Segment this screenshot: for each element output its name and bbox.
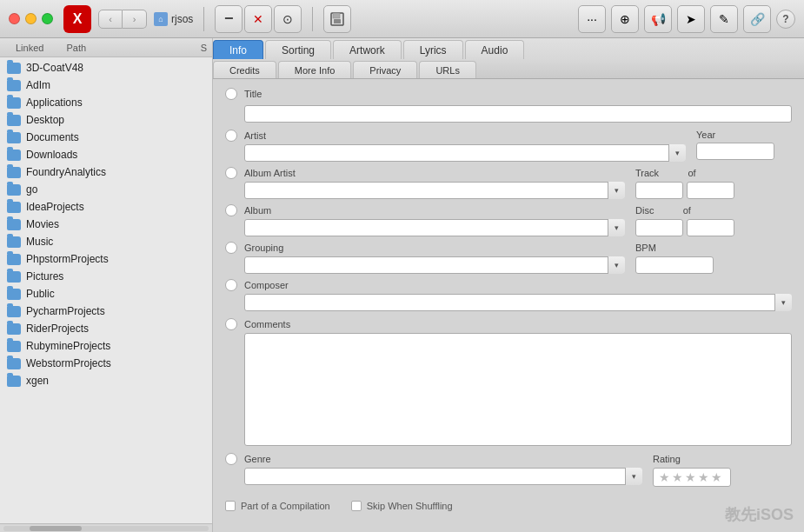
link-button[interactable]: 🔗 xyxy=(743,5,771,33)
slash-button[interactable]: ✕ xyxy=(244,5,272,33)
tab-sorting[interactable]: Sorting xyxy=(265,40,331,59)
folder-icon xyxy=(7,184,21,196)
list-item[interactable]: RiderProjects xyxy=(0,320,212,337)
genre-input-wrapper: ▾ xyxy=(244,468,642,485)
star-5[interactable]: ★ xyxy=(711,470,722,484)
composer-dropdown-btn[interactable]: ▾ xyxy=(774,294,792,311)
add-button[interactable]: ⊕ xyxy=(611,5,639,33)
tab-artwork[interactable]: Artwork xyxy=(333,40,402,59)
checkbox-row: Part of a Compilation Skip When Shufflin… xyxy=(225,492,792,511)
list-item[interactable]: Pictures xyxy=(0,268,212,285)
album-label: Album xyxy=(244,205,271,216)
tab-urls[interactable]: URLs xyxy=(419,61,476,78)
pencil-button[interactable]: ✎ xyxy=(710,5,738,33)
list-item[interactable]: Applications xyxy=(0,94,212,111)
arrow-button[interactable]: ➤ xyxy=(677,5,705,33)
tab-more-info[interactable]: More Info xyxy=(278,61,351,78)
item-label: xgen xyxy=(26,375,49,387)
list-item[interactable]: xgen xyxy=(0,372,212,389)
disc-of-input[interactable] xyxy=(687,219,734,236)
close-button[interactable] xyxy=(9,13,20,24)
star-4[interactable]: ★ xyxy=(698,470,709,484)
list-item[interactable]: Documents xyxy=(0,129,212,146)
list-item[interactable]: Public xyxy=(0,285,212,303)
disc-button[interactable]: ⊙ xyxy=(274,5,302,33)
grouping-dropdown-btn[interactable]: ▾ xyxy=(608,256,625,274)
track-col: Track of xyxy=(635,167,734,199)
comments-radio[interactable] xyxy=(225,318,237,330)
list-item[interactable]: Music xyxy=(0,233,212,250)
album-dropdown-btn[interactable]: ▾ xyxy=(608,219,625,236)
list-item[interactable]: RubymineProjects xyxy=(0,337,212,355)
track-of-input[interactable] xyxy=(687,182,734,199)
composer-input[interactable] xyxy=(244,294,792,311)
list-item[interactable]: PycharmProjects xyxy=(0,303,212,320)
genre-label: Genre xyxy=(244,454,271,464)
item-label: go xyxy=(26,183,37,196)
tab-audio[interactable]: Audio xyxy=(465,40,525,59)
list-item[interactable]: Desktop xyxy=(0,111,212,129)
tab-lyrics[interactable]: Lyrics xyxy=(403,40,463,59)
item-label: 3D-CoatV48 xyxy=(26,62,83,74)
star-1[interactable]: ★ xyxy=(659,470,670,484)
tab-info[interactable]: Info xyxy=(213,40,263,59)
title-input[interactable] xyxy=(244,105,792,123)
artist-radio[interactable] xyxy=(225,130,237,142)
minus-button[interactable]: − xyxy=(215,5,243,33)
genre-dropdown-btn[interactable]: ▾ xyxy=(625,468,642,485)
track-input[interactable] xyxy=(635,182,683,199)
floppy-button[interactable] xyxy=(323,5,351,33)
folder-icon xyxy=(7,115,21,126)
scrollbar-thumb[interactable] xyxy=(30,526,82,531)
list-item[interactable]: PhpstormProjects xyxy=(0,250,212,268)
help-button[interactable]: ? xyxy=(776,10,795,29)
comments-section: Comments xyxy=(225,318,792,446)
list-item[interactable]: Downloads xyxy=(0,146,212,163)
folder-icon xyxy=(7,358,21,369)
composer-radio[interactable] xyxy=(225,279,237,291)
list-item[interactable]: go xyxy=(0,181,212,198)
sidebar-scrollbar[interactable] xyxy=(0,523,212,532)
artist-dropdown-btn[interactable]: ▾ xyxy=(668,144,686,162)
star-3[interactable]: ★ xyxy=(685,470,696,484)
forward-button[interactable]: › xyxy=(123,10,147,29)
title-radio[interactable] xyxy=(225,88,237,100)
folder-icon xyxy=(7,323,21,335)
album-radio[interactable] xyxy=(225,204,237,216)
genre-radio[interactable] xyxy=(225,453,237,465)
album-artist-radio[interactable] xyxy=(225,167,237,179)
composer-section: Composer ▾ xyxy=(225,279,792,311)
disc-input[interactable] xyxy=(635,219,683,236)
shuffle-checkbox[interactable] xyxy=(351,501,362,511)
list-item[interactable]: FoundryAnalytics xyxy=(0,163,212,181)
bpm-input[interactable] xyxy=(635,256,714,274)
compilation-checkbox[interactable] xyxy=(225,501,236,511)
tab-credits[interactable]: Credits xyxy=(213,61,276,78)
broadcast-button[interactable]: 📢 xyxy=(644,5,672,33)
item-label: WebstormProjects xyxy=(26,357,111,369)
list-item[interactable]: 3D-CoatV48 xyxy=(0,59,212,76)
item-label: Desktop xyxy=(26,114,64,126)
list-item[interactable]: IdeaProjects xyxy=(0,198,212,216)
item-label: Music xyxy=(26,236,53,248)
album-artist-input[interactable] xyxy=(244,182,625,199)
list-item[interactable]: WebstormProjects xyxy=(0,355,212,372)
artist-input[interactable] xyxy=(244,144,686,162)
grouping-input[interactable] xyxy=(244,256,625,274)
maximize-button[interactable] xyxy=(42,13,53,24)
minimize-button[interactable] xyxy=(25,13,37,24)
svg-rect-2 xyxy=(334,19,341,23)
list-item[interactable]: Movies xyxy=(0,216,212,233)
folder-icon xyxy=(7,202,21,213)
back-button[interactable]: ‹ xyxy=(98,10,123,29)
star-2[interactable]: ★ xyxy=(672,470,683,484)
list-item[interactable]: AdIm xyxy=(0,76,212,94)
comments-textarea[interactable] xyxy=(244,333,792,446)
tab-privacy[interactable]: Privacy xyxy=(353,61,417,78)
album-artist-dropdown-btn[interactable]: ▾ xyxy=(608,182,625,199)
grouping-radio[interactable] xyxy=(225,242,237,254)
album-input[interactable] xyxy=(244,219,625,236)
genre-input[interactable] xyxy=(244,468,642,485)
year-input[interactable] xyxy=(696,143,774,160)
dots-button[interactable]: ··· xyxy=(578,5,606,33)
